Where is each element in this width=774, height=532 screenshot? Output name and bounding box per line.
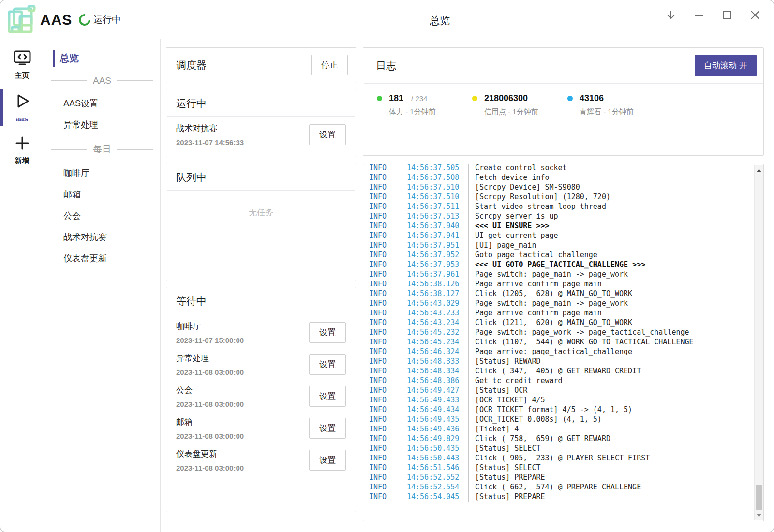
app-window: AAS 运行中 总览 主页 (0, 0, 774, 532)
log-timestamp: 14:56:50.443 (407, 453, 468, 463)
rail-item-主页[interactable]: 主页 (0, 44, 44, 86)
stat-dot-icon (472, 96, 477, 101)
log-timestamp: 14:56:37.510 (407, 182, 468, 192)
log-line: INFO 14:56:46.324 Page arrive: page_tact… (369, 347, 749, 356)
log-message: <<< UI ENSURE >>> (468, 221, 550, 231)
stat-dot-icon (377, 96, 382, 101)
resource-stat: 43106 青辉石 - 1分钟前 (567, 93, 663, 117)
settings-button[interactable]: 设置 (309, 322, 346, 343)
autoscroll-toggle-button[interactable]: 自动滚动 开 (695, 55, 757, 76)
scroll-down-icon[interactable] (755, 511, 763, 519)
log-message: [Status] OCR (468, 385, 527, 395)
maximize-icon[interactable] (721, 9, 733, 21)
log-line: INFO 14:56:37.941 UI get current page (369, 231, 749, 240)
settings-button[interactable]: 设置 (309, 386, 346, 407)
log-timestamp: 14:56:49.433 (407, 395, 468, 405)
log-timestamp: 14:56:38.126 (407, 279, 468, 289)
nav-section-divider: AAS (51, 75, 153, 86)
log-message: Start video stream loop thread (468, 202, 606, 211)
sidebar-item[interactable]: 异常处理 (49, 114, 155, 135)
log-message: [Status] SELECT (468, 443, 540, 453)
scrollbar-thumb[interactable] (756, 485, 762, 510)
log-console[interactable]: INFO 14:56:37.505 Create control socket … (363, 164, 764, 521)
stop-button[interactable]: 停止 (311, 55, 348, 75)
log-line: INFO 14:56:37.951 [UI] page_main (369, 240, 749, 250)
task-name: 公会 (176, 384, 244, 396)
log-line: INFO 14:56:43.233 Page arrive confirm pa… (369, 308, 749, 318)
rail-item-aas[interactable]: aas (0, 87, 44, 128)
log-message: [Scrcpy Resolution] (1280, 720) (468, 192, 610, 202)
log-level: INFO (369, 298, 407, 308)
nav-section-title: 每日 (93, 143, 111, 156)
nav-section-title: AAS (93, 75, 111, 86)
close-icon[interactable] (749, 9, 761, 21)
sidebar-item-overview[interactable]: 总览 (49, 50, 155, 67)
task-name: 异常处理 (176, 353, 244, 364)
sidebar-item[interactable]: 战术对抗赛 (49, 226, 155, 248)
minimize-icon[interactable] (693, 9, 705, 21)
log-message: Click (1107, 544) @ WORK_GO_TO_TACTICAL_… (468, 337, 694, 347)
settings-button[interactable]: 设置 (309, 418, 346, 439)
running-panel: 运行中 战术对抗赛 2023-11-07 14:56:33 设置 (166, 89, 356, 157)
log-level: INFO (369, 308, 407, 318)
log-message: Click (1211, 620) @ MAIN_GO_TO_WORK (468, 318, 632, 327)
log-message: [Status] PREPARE (468, 473, 545, 482)
running-task-row: 战术对抗赛 2023-11-07 14:56:33 设置 (166, 117, 356, 152)
stat-total: / 234 (411, 94, 427, 103)
queue-empty-text: 无任务 (166, 191, 356, 218)
log-level: INFO (369, 269, 407, 279)
running-status-text: 运行中 (93, 14, 121, 26)
log-scrollbar[interactable] (754, 165, 763, 520)
log-line: INFO 14:56:45.234 Click (1107, 544) @ WO… (369, 337, 749, 347)
stat-value: 218006300 (484, 93, 528, 103)
log-timestamp: 14:56:45.232 (407, 327, 468, 337)
log-timestamp: 14:56:43.233 (407, 308, 468, 318)
log-message: Page arrive confirm page_main (468, 308, 602, 318)
log-line: INFO 14:56:37.511 Start video stream loo… (369, 202, 749, 211)
log-line: INFO 14:56:49.427 [Status] OCR (369, 385, 749, 395)
stat-label: 体力 - 1分钟前 (389, 107, 472, 117)
scroll-up-icon[interactable] (755, 166, 763, 175)
settings-button[interactable]: 设置 (309, 124, 346, 145)
log-level: INFO (369, 240, 407, 250)
log-message: [Ticket] 4 (468, 424, 519, 434)
log-message: Click ( 662, 574) @ PREPARE_CHALLENGE (468, 482, 641, 492)
sidebar-item[interactable]: 仪表盘更新 (49, 248, 155, 269)
log-level: INFO (369, 414, 407, 424)
log-line: INFO 14:56:45.232 Page switch: page_work… (369, 327, 749, 337)
log-level: INFO (369, 463, 407, 473)
sidebar-item[interactable]: 咖啡厅 (49, 163, 155, 184)
log-level: INFO (369, 356, 407, 366)
log-line: INFO 14:56:37.510 [Scrcpy Device] SM-S90… (369, 182, 749, 192)
settings-button[interactable]: 设置 (309, 354, 346, 375)
rail-item-新增[interactable]: 新增 (0, 129, 44, 171)
settings-button[interactable]: 设置 (309, 450, 346, 471)
log-level: INFO (369, 192, 407, 202)
code-monitor-icon (13, 49, 32, 69)
sidebar-item[interactable]: 邮箱 (49, 184, 155, 205)
minimize-to-tray-icon[interactable] (665, 9, 677, 21)
sidebar-item[interactable]: 公会 (49, 205, 155, 226)
log-timestamp: 14:56:37.951 (407, 240, 468, 250)
log-level: INFO (369, 318, 407, 327)
log-timestamp: 14:56:43.234 (407, 318, 468, 327)
log-line: INFO 14:56:37.940 <<< UI ENSURE >>> (369, 221, 749, 231)
log-line: INFO 14:56:51.546 [Status] SELECT (369, 463, 749, 473)
log-level: INFO (369, 279, 407, 289)
log-level: INFO (369, 221, 407, 231)
log-level: INFO (369, 337, 407, 347)
log-timestamp: 14:56:37.513 (407, 211, 468, 221)
log-level: INFO (369, 366, 407, 376)
log-timestamp: 14:56:48.386 (407, 376, 468, 385)
task-time: 2023-11-07 15:00:00 (176, 336, 244, 344)
sidebar-item[interactable]: AAS设置 (49, 93, 155, 114)
waiting-task-row: 公会 2023-11-08 03:00:00 设置 (166, 380, 356, 412)
play-icon (13, 92, 31, 112)
log-line: INFO 14:56:49.436 [Ticket] 4 (369, 424, 749, 434)
log-timestamp: 14:56:49.829 (407, 434, 468, 443)
log-timestamp: 14:56:48.334 (407, 366, 468, 376)
log-timestamp: 14:56:49.434 (407, 405, 468, 414)
log-level: INFO (369, 164, 407, 173)
waiting-task-row: 异常处理 2023-11-08 03:00:00 设置 (166, 348, 356, 380)
stat-value: 43106 (580, 93, 604, 103)
